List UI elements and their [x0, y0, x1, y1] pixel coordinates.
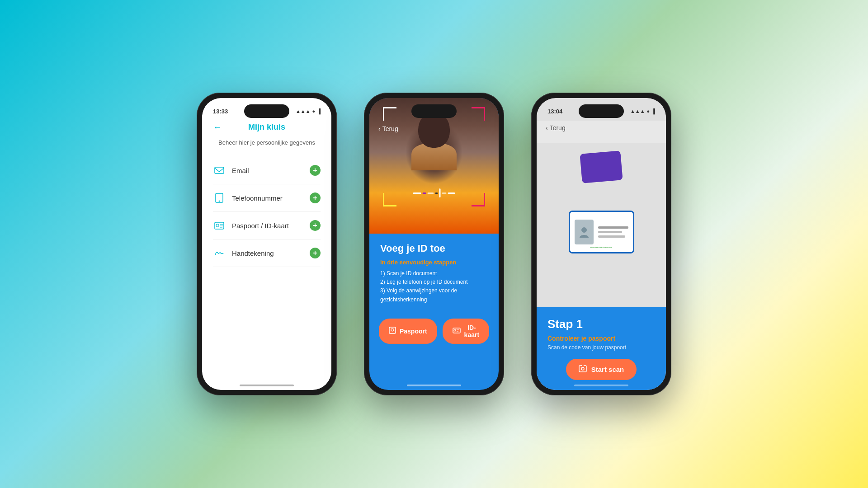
svg-point-10: [454, 329, 456, 331]
phone3-top-section: ‹ Terug: [537, 121, 666, 143]
id-icon: [213, 219, 226, 232]
back-button-3[interactable]: ‹ Terug: [546, 122, 657, 139]
signal-icon-3: ▲▲▲: [630, 108, 645, 114]
start-scan-button[interactable]: Start scan: [566, 359, 637, 380]
status-time-1: 13:33: [213, 108, 228, 115]
page-title-1: Mijn kluis: [248, 122, 285, 132]
wifi-icon: ●: [312, 108, 316, 114]
step-subtitle: Controleer je paspoort: [547, 335, 655, 342]
corner-br: [472, 193, 485, 206]
svg-point-3: [216, 224, 219, 227]
corner-tr: [472, 107, 485, 121]
step-2-text: 2) Leg je telefoon op je ID document: [380, 278, 488, 286]
step-description: Scan de code van jouw paspoort: [547, 344, 655, 351]
wifi-icon-3: ●: [647, 108, 650, 114]
voeg-title: Voeg je ID toe: [380, 243, 488, 254]
id-kaart-button[interactable]: ID-kaart: [443, 319, 489, 344]
page-subtitle-1: Beheer hier je persoonlijke gegevens: [213, 139, 321, 146]
back-label-3: Terug: [550, 124, 566, 131]
camera-scan-icon: [579, 365, 587, 374]
home-indicator-3: [574, 385, 628, 386]
menu-label-email: Email: [232, 167, 310, 174]
menu-item-email[interactable]: Email +: [213, 157, 321, 184]
phone-icon: [213, 192, 226, 204]
phone-1: 13:33 ▲▲▲ ● ▐ ← Mijn kluis Beheer hier j…: [197, 93, 337, 395]
step-3-text: 3) Volg de aanwijzingen voor de gezichts…: [380, 286, 488, 304]
svg-point-8: [391, 328, 394, 331]
back-header-1: ← Mijn kluis: [213, 121, 321, 139]
mrz-chevrons: «««««««««««: [590, 245, 613, 249]
menu-label-handtekening: Handtekening: [232, 249, 310, 257]
dynamic-island-2: [411, 104, 457, 118]
status-time-3: 13:04: [547, 108, 562, 115]
status-icons-1: ▲▲▲ ● ▐: [296, 108, 321, 114]
home-indicator-2: [407, 385, 461, 386]
id-kaart-label: ID-kaart: [464, 324, 479, 338]
svg-rect-7: [389, 327, 396, 333]
paspoort-label: Paspoort: [400, 328, 427, 335]
camera-view: ‹ Terug: [369, 98, 499, 234]
phone-3: 13:04 ▲▲▲ ● ▐ ‹ Terug: [531, 93, 671, 395]
email-icon: [213, 164, 226, 177]
menu-item-paspoort[interactable]: Paspoort / ID-kaart +: [213, 212, 321, 239]
add-paspoort-button[interactable]: +: [310, 220, 321, 231]
menu-label-paspoort: Paspoort / ID-kaart: [232, 222, 310, 230]
svg-point-1: [219, 201, 220, 202]
scan-overlay: [369, 98, 499, 234]
id-line-2: [598, 231, 623, 233]
chevron-left-icon: ‹: [378, 125, 381, 132]
add-telefoon-button[interactable]: +: [310, 192, 321, 203]
dynamic-island-3: [579, 104, 624, 118]
add-handtekening-button[interactable]: +: [310, 248, 321, 258]
id-line-1: [598, 226, 628, 229]
battery-icon-3: ▐: [651, 108, 655, 114]
id-illustration-area: «««««««««««: [537, 143, 666, 307]
add-email-button[interactable]: +: [310, 165, 321, 176]
phone2-info: Voeg je ID toe In drie eenvoudige stappe…: [369, 234, 499, 311]
signal-icon: ▲▲▲: [296, 108, 311, 114]
home-indicator-1: [240, 385, 294, 386]
chevron-left-icon-3: ‹: [546, 124, 548, 131]
step-number: Stap 1: [547, 317, 655, 331]
svg-point-13: [581, 227, 587, 233]
svg-rect-0: [215, 167, 224, 174]
dynamic-island-1: [244, 104, 289, 118]
passport-btn-icon: [389, 327, 396, 335]
passport-behind: [580, 150, 623, 183]
paspoort-button[interactable]: Paspoort: [379, 319, 437, 344]
id-card-illustration: «««««««««««: [569, 211, 634, 253]
svg-point-14: [581, 367, 584, 370]
start-scan-label: Start scan: [591, 366, 624, 373]
phone1-content: ← Mijn kluis Beheer hier je persoonlijke…: [202, 121, 331, 267]
step-1-text: 1) Scan je ID document: [380, 269, 488, 278]
corner-bl: [383, 193, 396, 206]
stap-text: 1) Scan je ID document 2) Leg je telefoo…: [380, 269, 488, 304]
menu-label-telefoon: Telefoonnummer: [232, 194, 310, 202]
phone2-buttons: Paspoort ID-kaart: [369, 311, 499, 344]
corner-tl: [383, 107, 396, 121]
stappen-title: In drie eenvoudige stappen: [380, 259, 488, 266]
status-icons-3: ▲▲▲ ● ▐: [630, 108, 655, 114]
phone-2: ‹ Terug Voeg je ID toe In drie eenvoudig…: [364, 93, 504, 395]
id-line-3: [598, 235, 625, 238]
menu-item-telefoonnummer[interactable]: Telefoonnummer +: [213, 184, 321, 212]
signature-icon: [213, 247, 226, 259]
back-button-1[interactable]: ←: [213, 122, 222, 132]
id-lines: [598, 226, 628, 238]
mrz-icon: «««««««««««: [590, 245, 613, 249]
back-label-2: Terug: [382, 125, 398, 132]
battery-icon: ▐: [317, 108, 321, 114]
menu-item-handtekening[interactable]: Handtekening +: [213, 239, 321, 267]
id-card-btn-icon: [453, 328, 461, 335]
scan-line: [413, 188, 455, 197]
phone3-blue-section: Stap 1 Controleer je paspoort Scan de co…: [537, 307, 666, 390]
back-button-2[interactable]: ‹ Terug: [378, 125, 398, 132]
id-photo-placeholder: [575, 220, 594, 244]
